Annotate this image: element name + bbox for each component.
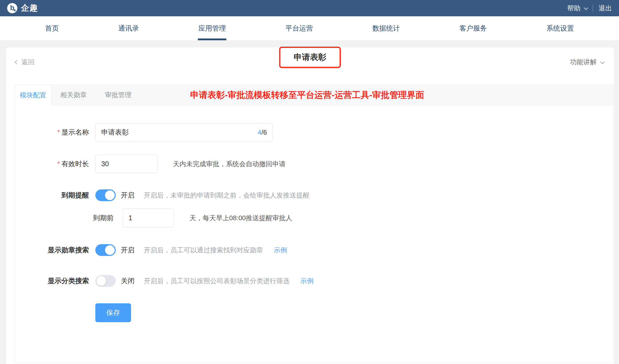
nav-item-contacts[interactable]: 通讯录 <box>118 16 139 40</box>
nav-item-data-statistics[interactable]: 数据统计 <box>372 16 400 40</box>
nav-item-platform-operation[interactable]: 平台运营 <box>285 16 313 40</box>
medal-search-toggle[interactable] <box>95 244 116 256</box>
main-nav: 首页 通讯录 应用管理 平台运营 数据统计 客户服务 系统设置 <box>0 16 619 40</box>
category-search-state: 关闭 <box>121 276 135 285</box>
module-config-form: *显示名称 申请表彰 4/6 *有效时长 30 天内未完成审批，系统会自动撤回申… <box>15 105 613 322</box>
before-expiry-input[interactable]: 1 <box>123 208 174 228</box>
back-label: 返回 <box>21 58 35 67</box>
topbar-divider <box>593 5 593 12</box>
tab-approval-management[interactable]: 审批管理 <box>96 85 140 105</box>
logo-glyph: b <box>10 4 14 11</box>
expiry-reminder-label: 到期提醒 <box>15 191 89 200</box>
required-mark: * <box>57 128 60 136</box>
content-panel: 返回 申请表彰 功能讲解 模块配置 相关勋章 审批管理 申请表彰-审批流模板转移… <box>6 47 614 364</box>
help-menu[interactable]: 帮助 <box>567 4 587 13</box>
before-expiry-row: 到期前 1 天，每天早上08:00推送提醒审批人 <box>15 208 613 228</box>
valid-duration-value: 30 <box>101 160 109 168</box>
brand-name: 企趣 <box>21 3 38 14</box>
topbar: b 企趣 帮助 退出 <box>0 0 619 16</box>
display-name-value: 申请表彰 <box>101 128 129 137</box>
annotation-note: 申请表彰-审批流模板转移至平台运营-运营工具-审批管理界面 <box>190 85 424 105</box>
topbar-actions: 帮助 退出 <box>567 4 612 13</box>
expiry-reminder-hint: 开启后，未审批的申请到期之前，会给审批人发推送提醒 <box>144 191 310 200</box>
page-title-text: 申请表彰 <box>294 53 326 62</box>
nav-item-home[interactable]: 首页 <box>45 16 59 40</box>
toggle-knob <box>96 276 106 286</box>
medal-search-hint: 开启后，员工可以通过搜索找到对应勋章 <box>144 246 263 255</box>
app-root: b 企趣 帮助 退出 首页 通讯录 应用管理 平台运营 数据统计 客户服务 系统… <box>0 0 619 364</box>
medal-search-state: 开启 <box>121 245 135 255</box>
category-search-hint: 开启后，员工可以按照公司表彰场景分类进行筛选 <box>144 277 290 285</box>
medal-search-label: 显示勋章搜索 <box>15 245 89 255</box>
category-search-label: 显示分类搜索 <box>15 276 89 285</box>
category-search-row: 显示分类搜索 关闭 开启后，员工可以按照公司表彰场景分类进行筛选 示例 <box>15 275 613 287</box>
display-name-row: *显示名称 申请表彰 4/6 <box>15 123 613 141</box>
before-expiry-value: 1 <box>128 214 132 222</box>
before-expiry-suffix: 天，每天早上08:00推送提醒审批人 <box>189 214 292 223</box>
chevron-down-icon <box>584 6 588 10</box>
nav-item-system-settings[interactable]: 系统设置 <box>546 16 574 40</box>
before-expiry-label: 到期前 <box>15 213 114 223</box>
char-count-current: 4 <box>258 128 261 136</box>
valid-duration-label-text: 有效时长 <box>61 160 89 168</box>
help-label: 帮助 <box>567 4 581 13</box>
char-count-max: /6 <box>261 128 267 136</box>
nav-item-app-management[interactable]: 应用管理 <box>198 16 226 40</box>
brand[interactable]: b 企趣 <box>7 3 38 14</box>
valid-duration-input[interactable]: 30 <box>95 155 158 173</box>
display-name-label-text: 显示名称 <box>61 128 89 136</box>
expiry-reminder-state: 开启 <box>121 191 135 200</box>
chevron-down-icon <box>600 60 605 64</box>
panel-header: 返回 申请表彰 功能讲解 <box>6 47 614 85</box>
toggle-knob <box>105 190 115 200</box>
medal-search-row: 显示勋章搜索 开启 开启后，员工可以通过搜索找到对应勋章 示例 <box>15 244 613 256</box>
category-search-toggle[interactable] <box>95 275 116 287</box>
expiry-reminder-row: 到期提醒 开启 开启后，未审批的申请到期之前，会给审批人发推送提醒 <box>15 189 613 201</box>
save-button[interactable]: 保存 <box>95 303 131 322</box>
nav-item-customer-service[interactable]: 客户服务 <box>459 16 487 40</box>
display-name-label: *显示名称 <box>15 128 89 137</box>
guide-dropdown[interactable]: 功能讲解 <box>570 58 604 67</box>
char-counter: 4/6 <box>258 128 267 136</box>
category-search-example-link[interactable]: 示例 <box>300 277 314 285</box>
module-tabs: 模块配置 相关勋章 审批管理 申请表彰-审批流模板转移至平台运营-运营工具-审批… <box>15 85 613 105</box>
save-row: 保存 <box>15 303 613 322</box>
display-name-input[interactable]: 申请表彰 4/6 <box>95 123 273 141</box>
medal-search-example-link[interactable]: 示例 <box>274 246 287 255</box>
guide-label: 功能讲解 <box>570 58 597 67</box>
valid-duration-label: *有效时长 <box>15 159 89 168</box>
brand-logo-icon: b <box>7 3 17 13</box>
required-mark: * <box>57 160 60 168</box>
logout-button[interactable]: 退出 <box>599 4 612 13</box>
valid-duration-suffix: 天内未完成审批，系统会自动撤回申请 <box>173 160 286 168</box>
expiry-reminder-toggle[interactable] <box>95 189 116 201</box>
tab-related-medals[interactable]: 相关勋章 <box>51 85 96 105</box>
back-button[interactable]: 返回 <box>15 58 35 67</box>
module-card: 模块配置 相关勋章 审批管理 申请表彰-审批流模板转移至平台运营-运营工具-审批… <box>15 85 613 363</box>
valid-duration-row: *有效时长 30 天内未完成审批，系统会自动撤回申请 <box>15 155 613 173</box>
page-title: 申请表彰 <box>279 47 341 68</box>
tab-module-config[interactable]: 模块配置 <box>15 85 51 105</box>
chevron-left-icon <box>15 60 19 64</box>
toggle-knob <box>105 245 115 255</box>
